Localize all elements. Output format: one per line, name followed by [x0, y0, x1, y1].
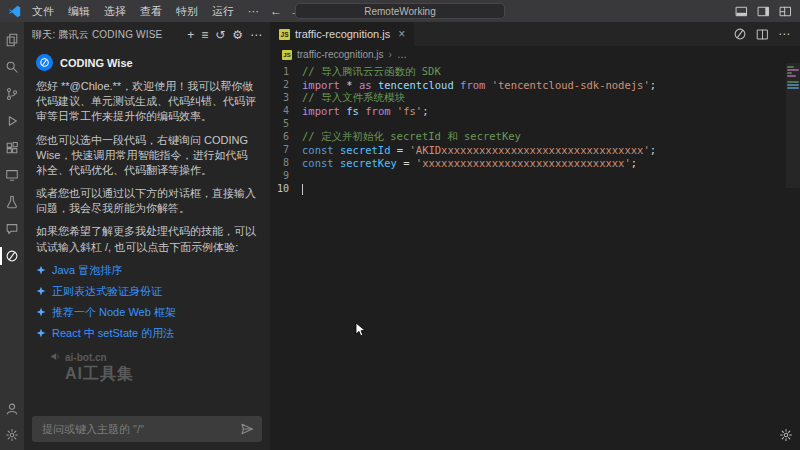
example-link[interactable]: React 中 setState 的用法	[36, 326, 258, 341]
watermark-line1: ai-bot.cn	[65, 352, 107, 363]
line-number: 10	[270, 183, 302, 194]
example-link[interactable]: 正则表达式验证身份证	[36, 284, 258, 299]
code-area[interactable]: 1// 导入腾讯云云函数的 SDK2import * as tencentclo…	[270, 63, 786, 450]
activity-bar-bottom	[0, 402, 24, 442]
assistant-row: CODING Wise	[36, 54, 258, 71]
tab-bar: JS traffic-recognition.js × ⋯	[270, 22, 800, 46]
settings-icon[interactable]: ⚙	[232, 29, 243, 41]
test-icon[interactable]	[0, 195, 24, 209]
search-icon[interactable]	[0, 60, 24, 74]
example-link-label[interactable]: 推荐一个 Node Web 框架	[52, 305, 176, 320]
minimap-line	[787, 84, 799, 86]
chat-paragraph: 如果您希望了解更多我处理代码的技能，可以试试输入斜杠 /, 也可以点击下面示例体…	[36, 224, 258, 254]
titlebar-search-text: RemoteWorking	[364, 6, 436, 17]
chevron-right-icon: ›	[389, 49, 392, 60]
menu-item-6[interactable]: ⋯	[241, 0, 266, 22]
source-control-icon[interactable]	[0, 87, 24, 101]
coding-wise-icon[interactable]	[733, 27, 747, 41]
extensions-icon[interactable]	[0, 141, 24, 155]
chat-panel: 聊天: 腾讯云 CODING WISE +≡↺⚙⋯ CODING Wise 您好…	[24, 22, 270, 450]
minimap-line	[787, 81, 799, 83]
send-icon[interactable]	[240, 422, 254, 436]
code-line-10[interactable]: 10	[270, 182, 786, 195]
text-cursor	[302, 184, 303, 195]
line-number: 7	[270, 144, 302, 155]
remote-explorer-icon[interactable]	[0, 168, 24, 182]
example-link-label[interactable]: Java 冒泡排序	[52, 263, 122, 278]
menu-item-1[interactable]: 编辑	[61, 0, 97, 22]
coding-wise-avatar-icon	[36, 54, 53, 71]
close-icon[interactable]: ×	[398, 28, 405, 40]
chat-paragraph: 您好 **@Chloe.**，欢迎使用！我可以帮你做代码建议、单元测试生成、代码…	[36, 79, 258, 125]
menu-bar: 文件编辑选择查看特别运行⋯	[25, 0, 266, 22]
account-icon[interactable]	[0, 402, 24, 416]
back-arrow-icon[interactable]: ←	[270, 5, 282, 17]
menu-item-4[interactable]: 特别	[169, 0, 205, 22]
line-number: 8	[270, 157, 302, 168]
minimap-line	[787, 66, 794, 68]
coding-wise-icon[interactable]	[0, 249, 24, 263]
tab-label: traffic-recognition.js	[295, 28, 390, 40]
chat-paragraph: 您也可以选中一段代码，右键询问 CODING Wise，快速调用常用智能指令，进…	[36, 133, 258, 179]
titlebar-search[interactable]: RemoteWorking	[295, 3, 505, 19]
chat-input-box[interactable]	[32, 416, 262, 442]
toggle-panel-icon[interactable]	[735, 5, 748, 18]
more-icon[interactable]: ⋯	[778, 28, 790, 40]
vscode-window: 文件编辑选择查看特别运行⋯ ←→ RemoteWorking 聊天: 腾讯云 C…	[0, 0, 800, 450]
list-icon[interactable]: ≡	[201, 29, 208, 41]
line-number: 1	[270, 66, 302, 77]
history-icon[interactable]: ↺	[215, 29, 225, 41]
split-editor-icon[interactable]	[756, 28, 769, 41]
js-file-icon: JS	[279, 29, 290, 40]
code-line-9[interactable]: 9	[270, 169, 786, 182]
minimap-line	[787, 78, 799, 80]
new-chat-icon[interactable]: +	[187, 29, 194, 41]
breadcrumb-file: traffic-recognition.js	[297, 49, 384, 60]
code-text: import fs from 'fs';	[302, 105, 428, 117]
menu-item-3[interactable]: 查看	[133, 0, 169, 22]
editor-area: JS traffic-recognition.js × ⋯ JS traffic…	[270, 22, 800, 450]
manage-gear-icon[interactable]	[779, 428, 793, 446]
minimap-line	[787, 72, 792, 74]
code-line-5[interactable]: 5	[270, 117, 786, 130]
code-text: // 定义并初始化 secretId 和 secretKey	[302, 130, 521, 144]
code-line-7[interactable]: 7const secretId = 'AKIDxxxxxxxxxxxxxxxxx…	[270, 143, 786, 156]
example-link[interactable]: Java 冒泡排序	[36, 263, 258, 278]
example-link-label[interactable]: 正则表达式验证身份证	[52, 284, 162, 299]
sparkle-icon	[36, 265, 46, 275]
code-wrap: 1// 导入腾讯云云函数的 SDK2import * as tencentclo…	[270, 63, 800, 450]
more-icon[interactable]: ⋯	[250, 29, 262, 41]
code-line-1[interactable]: 1// 导入腾讯云云函数的 SDK	[270, 65, 786, 78]
example-link-label[interactable]: React 中 setState 的用法	[52, 326, 174, 341]
activity-bar-top	[0, 33, 24, 263]
customize-layout-icon[interactable]	[779, 5, 792, 18]
sparkle-icon	[36, 286, 46, 296]
watermark-line2: AI工具集	[65, 364, 258, 385]
chat-icon[interactable]	[0, 222, 24, 236]
code-text: const secretKey = 'xxxxxxxxxxxxxxxxxxxxx…	[302, 157, 637, 169]
toggle-secondary-sidebar-icon[interactable]	[757, 5, 770, 18]
chat-paragraphs: 您好 **@Chloe.**，欢迎使用！我可以帮你做代码建议、单元测试生成、代码…	[36, 79, 258, 255]
code-line-8[interactable]: 8const secretKey = 'xxxxxxxxxxxxxxxxxxxx…	[270, 156, 786, 169]
watermark: ai-bot.cn AI工具集	[50, 351, 258, 385]
code-line-3[interactable]: 3// 导入文件系统模块	[270, 91, 786, 104]
chat-input[interactable]	[40, 422, 240, 436]
tab-traffic-recognition[interactable]: JS traffic-recognition.js ×	[270, 22, 414, 46]
menu-item-2[interactable]: 选择	[97, 0, 133, 22]
minimap-line	[787, 69, 799, 71]
code-text	[302, 183, 303, 195]
line-number: 4	[270, 105, 302, 116]
code-line-4[interactable]: 4import fs from 'fs';	[270, 104, 786, 117]
code-line-2[interactable]: 2import * as tencentcloud from 'tencentc…	[270, 78, 786, 91]
settings-gear-icon[interactable]	[0, 428, 24, 442]
example-link[interactable]: 推荐一个 Node Web 框架	[36, 305, 258, 320]
menu-item-5[interactable]: 运行	[205, 0, 241, 22]
minimap[interactable]	[786, 63, 800, 450]
menu-item-0[interactable]: 文件	[25, 0, 61, 22]
minimap-line	[787, 87, 799, 89]
explorer-icon[interactable]	[0, 33, 24, 47]
code-line-6[interactable]: 6// 定义并初始化 secretId 和 secretKey	[270, 130, 786, 143]
vscode-logo-icon	[8, 5, 21, 18]
run-debug-icon[interactable]	[0, 114, 24, 128]
breadcrumb[interactable]: JS traffic-recognition.js › …	[270, 46, 800, 63]
